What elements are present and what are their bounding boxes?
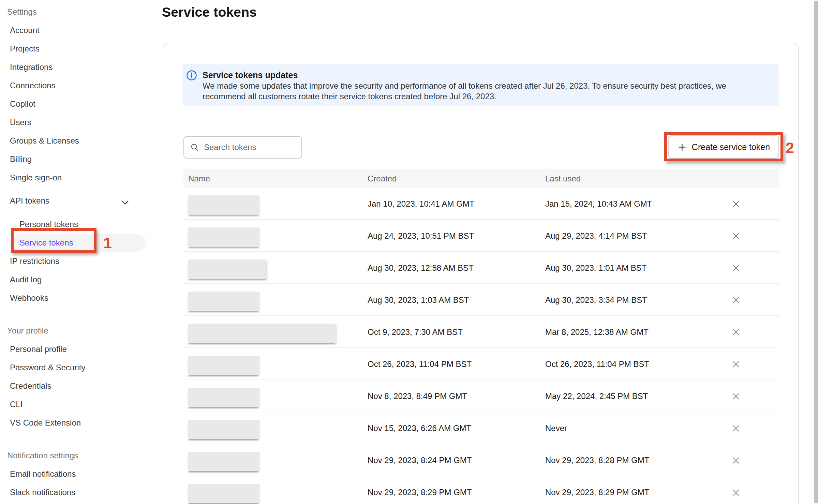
- close-icon: [731, 296, 741, 305]
- sidebar-item-slack-notifications[interactable]: Slack notifications: [0, 483, 148, 502]
- table-row: Jan 10, 2023, 10:41 AM GMTJan 15, 2024, …: [183, 188, 779, 220]
- token-created-cell: Aug 30, 2023, 1:03 AM BST: [368, 284, 469, 316]
- sidebar-item-label: Password & Security: [10, 363, 85, 372]
- token-created-cell: Nov 29, 2023, 8:29 PM GMT: [368, 476, 472, 504]
- info-banner: Service tokens updates We made some upda…: [182, 64, 779, 106]
- delete-token-button[interactable]: [731, 316, 741, 348]
- sidebar-item-personal-tokens[interactable]: Personal tokens: [0, 215, 148, 234]
- sidebar-item-users[interactable]: Users: [0, 113, 148, 132]
- sidebar-item-connections[interactable]: Connections: [0, 76, 148, 95]
- token-last-used-cell: Mar 8, 2025, 12:38 AM GMT: [545, 316, 649, 348]
- banner-body: We made some updates that improve the se…: [203, 80, 769, 102]
- sidebar-section: SettingsAccountProjectsIntegrationsConne…: [0, 3, 148, 307]
- table-row: Nov 8, 2023, 8:49 PM GMTMay 22, 2024, 2:…: [183, 380, 779, 412]
- token-created-cell: Jan 10, 2023, 10:41 AM GMT: [368, 188, 475, 220]
- close-icon: [731, 456, 741, 465]
- sidebar-item-label: Personal profile: [10, 344, 67, 354]
- sidebar-item-email-notifications[interactable]: Email notifications: [0, 465, 148, 483]
- scrollbar: [813, 0, 819, 504]
- title-divider: [148, 28, 819, 28]
- sidebar-item-groups-licenses[interactable]: Groups & Licenses: [0, 132, 148, 150]
- sidebar-item-api-tokens[interactable]: API tokens: [0, 192, 148, 210]
- delete-token-button[interactable]: [731, 220, 741, 252]
- sidebar-item-label: Audit log: [10, 275, 42, 284]
- token-name-redacted: [188, 420, 259, 439]
- delete-token-button[interactable]: [731, 348, 741, 380]
- service-tokens-table: Name Created Last used Jan 10, 2023, 10:…: [183, 169, 779, 504]
- token-name-redacted: [188, 356, 259, 375]
- sidebar-item-cli[interactable]: CLI: [0, 395, 148, 414]
- sidebar-item-audit-log[interactable]: Audit log: [0, 270, 148, 289]
- table-row: Oct 9, 2023, 7:30 AM BSTMar 8, 2025, 12:…: [183, 316, 779, 348]
- table-row: Aug 24, 2023, 10:51 PM BSTAug 29, 2023, …: [183, 220, 779, 252]
- sidebar-item-label: Service tokens: [19, 238, 73, 247]
- token-name-redacted: [188, 484, 259, 503]
- create-service-token-button[interactable]: Create service token: [668, 135, 779, 159]
- sidebar-item-vs-code-extension[interactable]: VS Code Extension: [0, 414, 148, 432]
- main-content: Service tokens Service tokens updates We…: [148, 0, 819, 504]
- table-row: Nov 15, 2023, 6:26 AM GMTNever: [183, 412, 779, 444]
- search-input[interactable]: [204, 143, 286, 152]
- scrollbar-thumb[interactable]: [814, 1, 818, 503]
- token-created-cell: Aug 24, 2023, 10:51 PM BST: [368, 220, 474, 252]
- plus-icon: [677, 143, 687, 152]
- sidebar-item-credentials[interactable]: Credentials: [0, 377, 148, 395]
- sidebar-item-label: CLI: [10, 400, 23, 409]
- search-tokens-field[interactable]: [183, 136, 302, 159]
- sidebar-item-label: Connections: [10, 81, 55, 90]
- sidebar-item-ip-restrictions[interactable]: IP restrictions: [0, 252, 148, 270]
- sidebar-item-label: Email notifications: [10, 469, 76, 478]
- sidebar-item-service-tokens[interactable]: Service tokens: [0, 234, 148, 252]
- token-name-redacted: [188, 452, 259, 471]
- table-row: Aug 30, 2023, 12:58 AM BSTAug 30, 2023, …: [183, 252, 779, 284]
- sidebar-item-billing[interactable]: Billing: [0, 150, 148, 168]
- sidebar-item-personal-profile[interactable]: Personal profile: [0, 340, 148, 358]
- sidebar-item-webhooks[interactable]: Webhooks: [0, 289, 148, 307]
- close-icon: [731, 360, 741, 369]
- column-header-created: Created: [368, 169, 397, 188]
- search-icon: [190, 143, 199, 152]
- delete-token-button[interactable]: [731, 412, 741, 444]
- table-row: Aug 30, 2023, 1:03 AM BSTAug 30, 2023, 3…: [183, 284, 779, 316]
- token-last-used-cell: May 22, 2024, 2:45 PM BST: [545, 380, 648, 412]
- token-last-used-cell: Nov 29, 2023, 8:29 PM GMT: [545, 476, 649, 504]
- close-icon: [731, 328, 741, 337]
- token-last-used-cell: Aug 29, 2023, 4:14 PM BST: [545, 220, 647, 252]
- sidebar-item-copilot[interactable]: Copilot: [0, 95, 148, 113]
- delete-token-button[interactable]: [731, 444, 741, 476]
- close-icon: [731, 199, 741, 209]
- close-icon: [731, 488, 741, 497]
- sidebar-item-integrations[interactable]: Integrations: [0, 58, 148, 76]
- delete-token-button[interactable]: [731, 380, 741, 412]
- delete-token-button[interactable]: [731, 476, 741, 504]
- create-button-label: Create service token: [692, 142, 770, 152]
- delete-token-button[interactable]: [731, 252, 741, 284]
- close-icon: [731, 232, 741, 241]
- token-created-cell: Aug 30, 2023, 12:58 AM BST: [368, 252, 474, 284]
- close-icon: [731, 264, 741, 273]
- token-name-redacted: [188, 292, 259, 311]
- sidebar-item-label: Slack notifications: [10, 488, 75, 497]
- token-created-cell: Nov 8, 2023, 8:49 PM GMT: [368, 380, 467, 412]
- token-created-cell: Nov 29, 2023, 8:24 PM GMT: [368, 444, 472, 476]
- token-created-cell: Oct 9, 2023, 7:30 AM BST: [368, 316, 463, 348]
- close-icon: [731, 392, 741, 401]
- sidebar-section-header: Notification settings: [0, 446, 148, 465]
- delete-token-button[interactable]: [731, 188, 741, 220]
- sidebar-subitems: Personal tokensService tokens: [0, 215, 148, 252]
- sidebar-item-account[interactable]: Account: [0, 21, 148, 40]
- sidebar-item-projects[interactable]: Projects: [0, 40, 148, 58]
- column-header-last-used: Last used: [545, 169, 581, 188]
- banner-title: Service tokens updates: [203, 70, 298, 80]
- settings-sidebar: SettingsAccountProjectsIntegrationsConne…: [0, 0, 148, 504]
- info-icon: [186, 70, 197, 82]
- sidebar-item-label: Personal tokens: [19, 220, 78, 229]
- sidebar-item-label: Projects: [10, 44, 40, 53]
- delete-token-button[interactable]: [731, 284, 741, 316]
- token-last-used-cell: Never: [545, 412, 567, 444]
- sidebar-item-password-security[interactable]: Password & Security: [0, 358, 148, 377]
- sidebar-item-single-sign-on[interactable]: Single sign-on: [0, 168, 148, 187]
- sidebar-item-label: Integrations: [10, 62, 53, 72]
- sidebar-item-label: Account: [10, 26, 40, 35]
- sidebar-item-label: Webhooks: [10, 293, 48, 302]
